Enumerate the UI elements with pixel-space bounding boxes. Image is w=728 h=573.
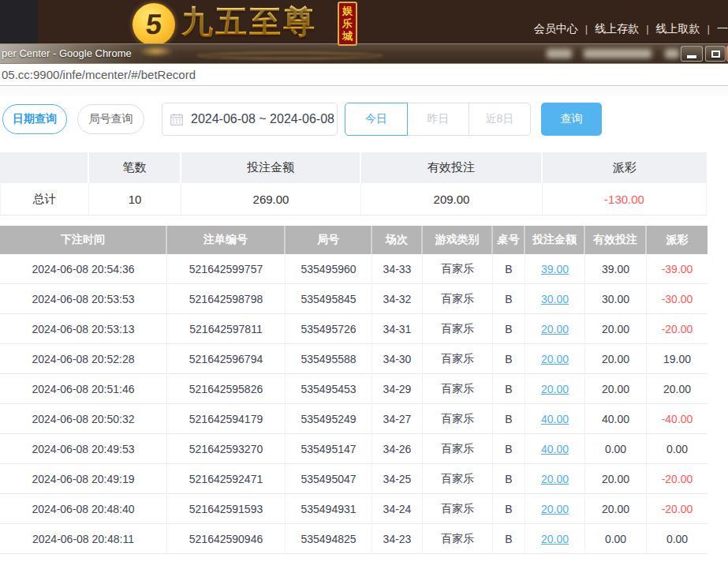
valid-bet: 0.00	[585, 434, 647, 464]
table-no: B	[493, 434, 525, 464]
round-id: 535495453	[286, 374, 372, 404]
table-no: B	[493, 404, 525, 434]
order-id: 521642593270	[167, 434, 286, 464]
bet-time: 2024-06-08 20:53:13	[0, 314, 167, 344]
query-button[interactable]: 查询	[541, 103, 602, 136]
screen: 5 九五至尊 娱乐城 会员中心|线上存款|线上取款|一键 per Center …	[0, 0, 728, 573]
table-row: 2024-06-08 20:48:11521642590946535494825…	[0, 524, 707, 554]
bet-amount[interactable]: 20.00	[525, 314, 585, 344]
table-no: B	[493, 344, 525, 374]
query-toolbar: 日期查询 局号查询 2024-06-08 ~ 2024-06-08 今日 昨日 …	[0, 104, 728, 137]
bet-amount-link[interactable]: 20.00	[541, 473, 569, 485]
order-id: 521642598798	[167, 284, 286, 314]
today-button[interactable]: 今日	[345, 103, 408, 136]
table-no: B	[493, 284, 525, 314]
date-range-input[interactable]: 2024-06-08 ~ 2024-06-08	[162, 103, 338, 136]
order-id: 521642590946	[167, 524, 286, 554]
maximize-button[interactable]	[705, 46, 726, 62]
nav-item[interactable]: 线上存款	[595, 22, 639, 36]
bet-table-body: 2024-06-08 20:54:36521642599757535495960…	[0, 254, 707, 554]
bet-amount[interactable]: 40.00	[525, 404, 585, 434]
bet-amount[interactable]: 40.00	[525, 434, 585, 464]
address-bar[interactable]: 05.cc:9900/infe/mcenter/#/betRecord	[0, 64, 728, 86]
bet-time: 2024-06-08 20:54:36	[0, 254, 167, 284]
calendar-icon	[170, 114, 183, 125]
bet-header-cell: 局号	[286, 226, 372, 254]
gold-swirl-decoration	[197, 52, 383, 59]
valid-bet: 20.00	[585, 494, 647, 524]
table-no: B	[493, 374, 525, 404]
game-type: 百家乐	[423, 494, 493, 524]
bet-amount[interactable]: 30.00	[525, 284, 585, 314]
nav-item[interactable]: 线上取款	[656, 22, 700, 36]
maximize-icon	[711, 51, 720, 58]
session: 34-26	[372, 434, 423, 464]
bet-amount[interactable]: 20.00	[525, 494, 585, 524]
bet-header-cell: 下注时间	[0, 226, 167, 254]
game-type: 百家乐	[423, 404, 493, 434]
game-type: 百家乐	[423, 314, 493, 344]
table-no: B	[493, 494, 525, 524]
session: 34-33	[372, 254, 423, 284]
bet-amount-link[interactable]: 40.00	[541, 413, 569, 425]
table-row: 2024-06-08 20:49:19521642592471535495047…	[0, 464, 707, 494]
blurred-user-info	[665, 49, 679, 58]
payout: -40.00	[647, 404, 707, 434]
payout: 0.00	[647, 434, 707, 464]
valid-bet: 40.00	[585, 404, 647, 434]
site-header: 5 九五至尊 娱乐城 会员中心|线上存款|线上取款|一键	[0, 0, 728, 43]
browser-titlebar: per Center - Google Chrome	[0, 43, 728, 64]
bet-amount-link[interactable]: 20.00	[541, 323, 569, 335]
nav-item[interactable]: 会员中心	[534, 22, 578, 36]
round-id: 535495726	[286, 314, 372, 344]
bet-amount-link[interactable]: 20.00	[541, 353, 569, 365]
round-id: 535495588	[286, 344, 372, 374]
payout: -20.00	[647, 314, 707, 344]
valid-bet: 30.00	[585, 284, 647, 314]
bet-amount[interactable]: 39.00	[525, 254, 585, 284]
bet-header-cell: 场次	[372, 226, 423, 254]
bet-amount-link[interactable]: 30.00	[541, 293, 569, 305]
bet-time: 2024-06-08 20:50:32	[0, 404, 167, 434]
url-text[interactable]: 05.cc:9900/infe/mcenter/#/betRecord	[0, 68, 196, 81]
bet-amount-link[interactable]: 20.00	[541, 503, 569, 515]
minimize-button[interactable]	[681, 46, 703, 62]
corner-block	[0, 0, 38, 43]
bet-amount[interactable]: 20.00	[525, 524, 585, 554]
order-id: 521642599757	[167, 254, 286, 284]
minimize-icon	[687, 55, 696, 58]
tab-round-query[interactable]: 局号查询	[77, 104, 144, 134]
bet-amount-link[interactable]: 39.00	[541, 263, 569, 275]
bet-amount-link[interactable]: 20.00	[541, 383, 569, 395]
summary-header-cell: 有效投注	[361, 152, 543, 183]
round-id: 535495960	[286, 254, 372, 284]
valid-bet: 0.00	[585, 524, 647, 554]
blurred-user-info	[584, 49, 651, 58]
yesterday-button[interactable]: 昨日	[408, 103, 469, 136]
payout: -39.00	[647, 254, 707, 284]
bet-header-cell: 派彩	[647, 226, 707, 254]
game-type: 百家乐	[423, 374, 493, 404]
round-id: 535494825	[286, 524, 372, 554]
session: 34-32	[372, 284, 423, 314]
order-id: 521642596794	[167, 344, 286, 374]
table-row: 2024-06-08 20:54:36521642599757535495960…	[0, 254, 707, 284]
last8days-button[interactable]: 近8日	[469, 103, 531, 136]
bet-amount[interactable]: 20.00	[525, 374, 585, 404]
table-no: B	[493, 254, 525, 284]
logo-glow-decoration	[139, 46, 174, 57]
bet-amount-link[interactable]: 20.00	[541, 533, 569, 545]
table-row: 2024-06-08 20:48:40521642591593535494931…	[0, 494, 707, 524]
nav-item[interactable]: 一键	[717, 22, 728, 36]
bet-header-cell: 游戏类别	[423, 226, 493, 254]
bet-amount-link[interactable]: 40.00	[541, 443, 569, 455]
bet-time: 2024-06-08 20:51:46	[0, 374, 167, 404]
bet-amount[interactable]: 20.00	[525, 464, 585, 494]
tab-date-query[interactable]: 日期查询	[2, 104, 67, 134]
session: 34-27	[372, 404, 423, 434]
order-id: 521642597811	[167, 314, 286, 344]
bet-time: 2024-06-08 20:52:28	[0, 344, 167, 374]
summary-total-row: 总计 10 269.00 209.00 -130.00	[0, 183, 707, 215]
summary-header-cell: 笔数	[89, 152, 181, 183]
bet-amount[interactable]: 20.00	[525, 344, 585, 374]
